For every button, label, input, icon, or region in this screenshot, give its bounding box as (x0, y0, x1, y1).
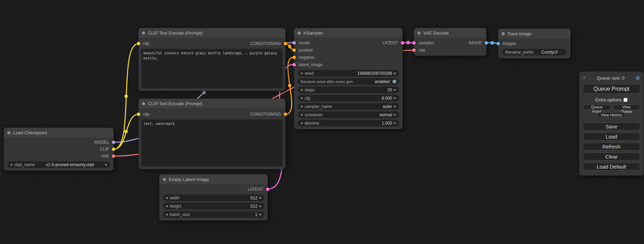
widget-label: ckpt_name (14, 162, 35, 167)
output-pin-model[interactable] (112, 141, 115, 144)
settings-gear-icon[interactable]: ⚙ (636, 75, 640, 81)
extra-options-checkbox[interactable] (624, 98, 627, 102)
widget-batch-size[interactable]: ◀ batch_size 1 ▶ (163, 211, 264, 218)
negative-prompt-textarea[interactable]: text, watermark (141, 119, 283, 166)
widget-height[interactable]: ◀ height 512 ▶ (163, 203, 264, 209)
input-pin-clip[interactable] (137, 42, 140, 45)
input-pin-positive[interactable] (292, 48, 296, 52)
drag-handle-icon[interactable]: ⠿ (583, 75, 586, 80)
view-history-button[interactable]: View History (598, 112, 626, 118)
node-header[interactable]: Save Image (498, 29, 571, 38)
load-default-button[interactable]: Load Default (583, 163, 640, 171)
increment-icon[interactable]: ▶ (394, 72, 396, 75)
queue-actions-row: Queue Front View Queue (583, 105, 640, 110)
collapse-dot-icon[interactable] (417, 31, 421, 35)
next-value-icon[interactable]: ▶ (105, 163, 107, 166)
input-pin-model[interactable] (292, 41, 296, 45)
node-clip-text-encode-positive[interactable]: CLIP Text Encode (Prompt) clip CONDITION… (139, 28, 285, 91)
node-title: Save Image (508, 31, 531, 36)
queue-prompt-button[interactable]: Queue Prompt (583, 84, 640, 94)
output-pin-image[interactable] (485, 41, 488, 45)
increment-icon[interactable]: ▶ (394, 89, 396, 91)
refresh-button[interactable]: Refresh (583, 143, 640, 151)
decrement-icon[interactable]: ◀ (300, 122, 302, 125)
next-value-icon[interactable]: ▶ (394, 105, 396, 108)
prev-value-icon[interactable]: ◀ (10, 163, 12, 166)
clear-button[interactable]: Clear (583, 153, 640, 161)
output-label-conditioning: CONDITIONING (250, 41, 281, 46)
collapse-dot-icon[interactable] (7, 131, 10, 134)
decrement-icon[interactable]: ◀ (300, 89, 302, 91)
widget-denoise[interactable]: ◀ denoise 1.000 ▶ (298, 120, 399, 126)
widget-filename-prefix[interactable]: filename_prefix ComfyUI (502, 49, 566, 55)
queue-front-button[interactable]: Queue Front (583, 105, 611, 110)
input-pin-latent-image[interactable] (292, 63, 296, 66)
node-vae-decode[interactable]: VAE Decode samples IMAGE vae (414, 28, 486, 56)
comfyui-canvas[interactable]: { "colors": { "model": "#B39DDB", "clip"… (0, 0, 644, 244)
output-pin-vae[interactable] (112, 154, 115, 158)
node-ksampler[interactable]: KSampler model LATENT positive negative … (294, 28, 403, 129)
node-save-image[interactable]: Save Image images filename_prefix ComfyU… (498, 29, 571, 58)
output-pin-latent[interactable] (266, 188, 270, 191)
output-pin-conditioning[interactable] (284, 42, 287, 45)
widget-scheduler[interactable]: ◀ scheduler normal ▶ (298, 111, 399, 118)
decrement-icon[interactable]: ◀ (300, 72, 302, 75)
output-pin-clip[interactable] (112, 147, 115, 151)
slot-row: clip CONDITIONING (139, 39, 285, 48)
input-label-negative: negative (299, 55, 314, 60)
widget-random-seed[interactable]: Random seed after every gen enabled (298, 78, 399, 85)
node-header[interactable]: CLIP Text Encode (Prompt) (139, 28, 285, 38)
decrement-icon[interactable]: ◀ (166, 197, 168, 199)
collapse-dot-icon[interactable] (142, 102, 145, 105)
widget-ckpt-name[interactable]: ◀ ckpt_name v1-5-pruned-emaonly.ckpt ▶ (7, 161, 110, 168)
input-pin-clip[interactable] (137, 112, 140, 116)
link-dot (288, 84, 291, 87)
increment-icon[interactable]: ▶ (259, 197, 262, 199)
widget-seed[interactable]: ◀ seed 156680208700286 ▶ (298, 70, 399, 76)
node-header[interactable]: Empty Latent Image (159, 174, 268, 184)
node-empty-latent-image[interactable]: Empty Latent Image LATENT ◀ width 512 ▶ … (159, 174, 268, 220)
toggle-knob[interactable] (392, 80, 396, 83)
next-value-icon[interactable]: ▶ (394, 114, 396, 116)
link-dot (124, 130, 128, 133)
widget-width[interactable]: ◀ width 512 ▶ (163, 195, 264, 201)
collapse-dot-icon[interactable] (502, 32, 505, 35)
decrement-icon[interactable]: ◀ (166, 205, 168, 208)
collapse-dot-icon[interactable] (163, 178, 166, 181)
widget-steps[interactable]: ◀ steps 20 ▶ (298, 87, 399, 93)
node-header[interactable]: VAE Decode (414, 28, 486, 38)
input-pin-vae[interactable] (412, 48, 416, 52)
node-header[interactable]: Load Checkpoint (4, 128, 114, 137)
prompt-textarea[interactable]: beautiful scenery nature glass bottle la… (141, 49, 283, 88)
node-load-checkpoint[interactable]: Load Checkpoint MODEL CLIP VAE ◀ ckpt_na… (4, 128, 114, 171)
input-pin-samples[interactable] (412, 41, 416, 45)
increment-icon[interactable]: ▶ (394, 97, 396, 100)
output-pin-conditioning[interactable] (284, 112, 287, 116)
load-button[interactable]: Load (583, 133, 640, 141)
view-queue-button[interactable]: View Queue (613, 105, 640, 110)
widget-cfg[interactable]: ◀ cfg 8.000 ▶ (298, 95, 399, 101)
increment-icon[interactable]: ▶ (394, 122, 396, 125)
output-slot-model: MODEL (4, 139, 114, 146)
increment-icon[interactable]: ▶ (259, 213, 262, 216)
widget-value: 512 (250, 204, 257, 209)
input-pin-images[interactable] (496, 42, 500, 45)
output-slot-clip: CLIP (4, 146, 114, 153)
widget-value: enabled (375, 79, 390, 84)
widget-sampler-name[interactable]: ◀ sampler_name euler ▶ (298, 103, 399, 110)
prev-value-icon[interactable]: ◀ (300, 105, 302, 108)
node-header[interactable]: CLIP Text Encode (Prompt) (139, 99, 285, 108)
node-header[interactable]: KSampler (294, 28, 403, 38)
input-pin-negative[interactable] (292, 56, 296, 59)
widget-label: denoise (305, 121, 319, 126)
decrement-icon[interactable]: ◀ (300, 97, 302, 100)
node-title: VAE Decode (423, 30, 449, 36)
output-pin-latent[interactable] (401, 41, 404, 45)
decrement-icon[interactable]: ◀ (166, 213, 168, 216)
collapse-dot-icon[interactable] (142, 31, 145, 35)
increment-icon[interactable]: ▶ (259, 205, 262, 208)
collapse-dot-icon[interactable] (298, 31, 301, 35)
node-clip-text-encode-negative[interactable]: CLIP Text Encode (Prompt) clip CONDITION… (139, 99, 285, 169)
save-button[interactable]: Save (583, 123, 640, 130)
prev-value-icon[interactable]: ◀ (300, 114, 302, 116)
